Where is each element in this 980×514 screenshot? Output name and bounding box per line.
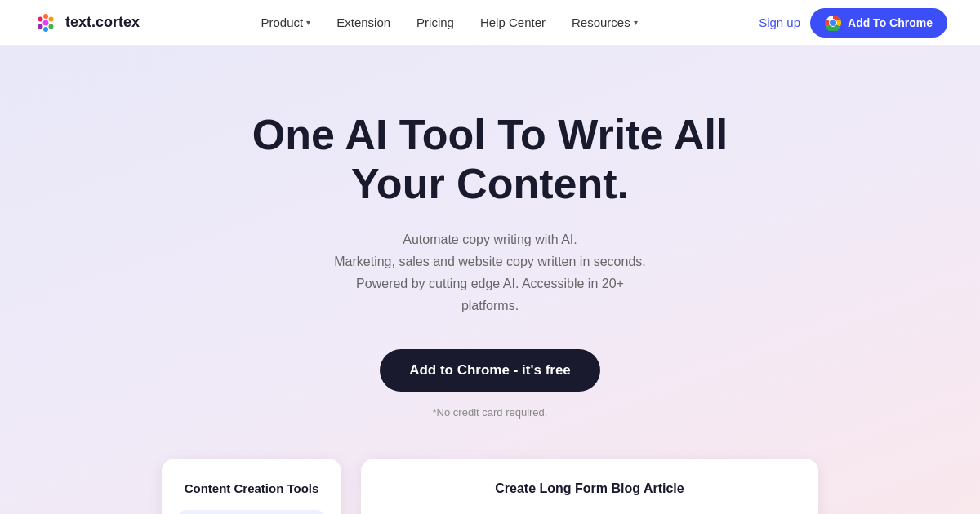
logo-text: text.cortex bbox=[65, 14, 140, 31]
svg-point-9 bbox=[831, 20, 836, 25]
hero-cta-button[interactable]: Add to Chrome - it's free bbox=[380, 349, 600, 392]
tools-panel: Content Creation Tools Blog Article P bbox=[162, 459, 341, 514]
nav-help-center[interactable]: Help Center bbox=[480, 16, 546, 29]
nav-resources[interactable]: Resources ▾ bbox=[572, 16, 638, 29]
chevron-down-icon: ▾ bbox=[306, 18, 310, 27]
blog-panel: Create Long Form Blog Article Blog title… bbox=[361, 459, 818, 514]
svg-point-2 bbox=[49, 16, 54, 21]
tools-panel-title: Content Creation Tools bbox=[178, 481, 325, 495]
nav-product[interactable]: Product ▾ bbox=[261, 16, 311, 29]
svg-point-4 bbox=[43, 27, 48, 32]
add-to-chrome-button[interactable]: Add To Chrome bbox=[810, 8, 947, 38]
hero-section: One AI Tool To Write All Your Content. A… bbox=[0, 46, 980, 514]
logo-icon bbox=[33, 10, 59, 36]
chevron-down-icon: ▾ bbox=[634, 18, 638, 27]
hero-title: One AI Tool To Write All Your Content. bbox=[245, 111, 735, 209]
blog-panel-title: Create Long Form Blog Article bbox=[384, 481, 795, 496]
hero-note: *No credit card required. bbox=[433, 406, 548, 419]
nav-extension[interactable]: Extension bbox=[336, 16, 390, 29]
logo-link[interactable]: text.cortex bbox=[33, 10, 140, 36]
svg-point-6 bbox=[38, 16, 43, 21]
hero-subtitle: Automate copy writing with AI. Marketing… bbox=[327, 228, 653, 317]
svg-point-3 bbox=[49, 24, 54, 29]
chrome-icon bbox=[825, 15, 841, 31]
svg-point-5 bbox=[38, 24, 43, 29]
nav-pricing[interactable]: Pricing bbox=[416, 16, 454, 29]
signup-button[interactable]: Sign up bbox=[759, 16, 800, 29]
svg-point-0 bbox=[43, 20, 49, 25]
navbar: text.cortex Product ▾ Extension Pricing … bbox=[0, 0, 980, 46]
demo-section: Content Creation Tools Blog Article P bbox=[33, 459, 947, 514]
tool-blog-article[interactable]: Blog Article bbox=[178, 510, 325, 514]
navbar-actions: Sign up Add To Chrome bbox=[759, 8, 947, 38]
nav-links: Product ▾ Extension Pricing Help Center … bbox=[261, 16, 638, 29]
svg-point-1 bbox=[43, 14, 48, 19]
